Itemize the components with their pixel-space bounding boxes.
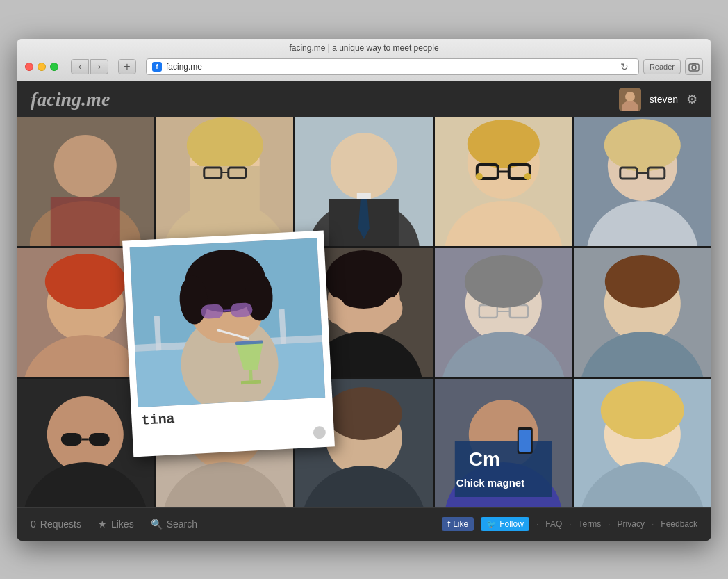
back-button[interactable]: ‹ bbox=[71, 59, 89, 74]
requests-label: Requests bbox=[40, 519, 81, 530]
new-tab-button[interactable]: + bbox=[118, 59, 136, 74]
requests-button[interactable]: 0 Requests bbox=[31, 519, 81, 530]
svg-point-19 bbox=[331, 133, 397, 199]
bottom-right: f Like 🐦 Follow · FAQ · Terms · Privacy … bbox=[442, 517, 697, 531]
svg-point-43 bbox=[45, 254, 126, 309]
svg-point-32 bbox=[524, 173, 531, 180]
svg-point-13 bbox=[186, 117, 263, 173]
photo-cell[interactable]: Cm Chick magnet bbox=[435, 379, 572, 507]
svg-point-27 bbox=[468, 120, 540, 168]
polaroid-dot bbox=[313, 425, 326, 439]
reload-button[interactable]: ↻ bbox=[616, 58, 633, 75]
address-bar[interactable]: f facing.me ↻ bbox=[146, 58, 639, 75]
photo-cell[interactable] bbox=[574, 379, 711, 507]
svg-point-86 bbox=[601, 381, 684, 439]
photo-cell[interactable] bbox=[435, 248, 572, 377]
maximize-button[interactable] bbox=[50, 63, 58, 71]
forward-button[interactable]: › bbox=[90, 59, 108, 74]
bottom-left: 0 Requests ★ Likes 🔍 Search bbox=[31, 519, 197, 530]
browser-chrome: facing.me | a unique way to meet people … bbox=[17, 39, 711, 81]
faq-link[interactable]: FAQ bbox=[545, 519, 562, 529]
photo-cell[interactable] bbox=[574, 117, 711, 246]
photo-grid: Cm Chick magnet bbox=[17, 117, 711, 507]
favicon: f bbox=[152, 62, 162, 72]
fb-icon: f bbox=[447, 519, 450, 529]
user-name: steven bbox=[650, 94, 678, 105]
star-icon: ★ bbox=[98, 519, 107, 530]
svg-point-60 bbox=[605, 255, 680, 308]
feedback-link[interactable]: Feedback bbox=[661, 519, 697, 529]
svg-text:Cm: Cm bbox=[469, 448, 500, 470]
app-container: facing.me steven ⚙ bbox=[17, 81, 711, 541]
separator: · bbox=[569, 519, 571, 529]
svg-point-62 bbox=[47, 396, 124, 473]
avatar[interactable] bbox=[619, 88, 641, 111]
traffic-lights bbox=[25, 63, 58, 71]
app-logo: facing.me bbox=[31, 88, 110, 111]
photo-cell[interactable] bbox=[17, 117, 154, 246]
svg-point-36 bbox=[604, 119, 681, 172]
browser-window: facing.me | a unique way to meet people … bbox=[17, 39, 711, 541]
separator: · bbox=[608, 519, 610, 529]
settings-icon[interactable]: ⚙ bbox=[686, 92, 697, 107]
close-button[interactable] bbox=[25, 63, 33, 71]
nav-buttons: ‹ › bbox=[71, 59, 108, 74]
svg-point-74 bbox=[326, 387, 402, 440]
search-icon: 🔍 bbox=[151, 519, 163, 530]
svg-line-101 bbox=[224, 310, 231, 311]
photo-cell[interactable] bbox=[156, 117, 294, 246]
photo-cell[interactable] bbox=[295, 117, 433, 246]
twitter-follow-button[interactable]: 🐦 Follow bbox=[481, 517, 529, 531]
svg-point-56 bbox=[465, 255, 543, 308]
polaroid-card[interactable]: tina bbox=[122, 230, 335, 457]
svg-rect-82 bbox=[519, 430, 531, 452]
photo-cell[interactable] bbox=[574, 248, 711, 377]
url-text: facing.me bbox=[166, 62, 202, 72]
app-nav: facing.me steven ⚙ bbox=[17, 81, 711, 117]
reader-button[interactable]: Reader bbox=[643, 59, 681, 74]
nav-right: steven ⚙ bbox=[619, 88, 697, 111]
likes-button[interactable]: ★ Likes bbox=[98, 519, 134, 530]
minimize-button[interactable] bbox=[38, 63, 46, 71]
privacy-link[interactable]: Privacy bbox=[618, 519, 645, 529]
svg-rect-64 bbox=[61, 433, 82, 446]
follow-label: Follow bbox=[499, 519, 524, 529]
svg-point-7 bbox=[54, 135, 117, 197]
polaroid-photo bbox=[130, 238, 326, 407]
search-label: Search bbox=[167, 519, 197, 530]
camera-button[interactable] bbox=[685, 58, 703, 75]
requests-count: 0 bbox=[31, 519, 36, 530]
svg-point-4 bbox=[625, 92, 635, 101]
page-title: facing.me | a unique way to meet people bbox=[289, 43, 438, 53]
svg-rect-65 bbox=[89, 433, 110, 446]
terms-link[interactable]: Terms bbox=[579, 519, 602, 529]
separator: · bbox=[536, 519, 538, 529]
separator: · bbox=[652, 519, 654, 529]
search-button[interactable]: 🔍 Search bbox=[151, 519, 197, 530]
browser-title-bar: facing.me | a unique way to meet people bbox=[17, 39, 711, 56]
like-label: Like bbox=[453, 519, 468, 529]
svg-rect-23 bbox=[357, 193, 371, 199]
photo-cell[interactable] bbox=[435, 117, 572, 246]
svg-point-31 bbox=[476, 173, 483, 180]
likes-label: Likes bbox=[111, 519, 134, 530]
svg-rect-2 bbox=[692, 63, 696, 64]
svg-rect-9 bbox=[51, 197, 120, 246]
svg-text:Chick magnet: Chick magnet bbox=[456, 477, 524, 489]
twitter-icon: 🐦 bbox=[486, 519, 497, 529]
facebook-like-button[interactable]: f Like bbox=[442, 517, 474, 531]
svg-rect-104 bbox=[249, 370, 253, 380]
svg-point-1 bbox=[692, 65, 696, 70]
bottom-bar: 0 Requests ★ Likes 🔍 Search f Like bbox=[17, 507, 711, 541]
